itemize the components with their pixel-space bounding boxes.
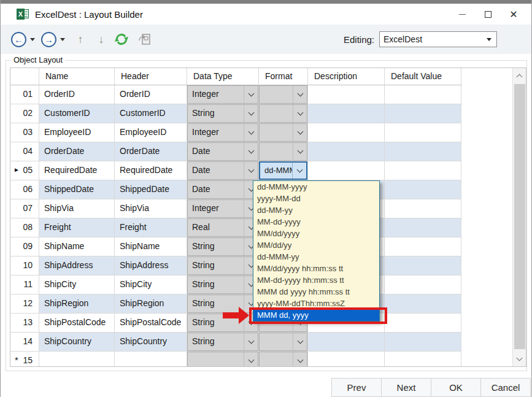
export-button[interactable]	[136, 31, 153, 47]
format-option[interactable]: dd-MMM-yyyy	[253, 181, 379, 193]
move-down-button[interactable]: ↓	[92, 33, 110, 46]
format-option[interactable]: MM/dd/yy	[253, 239, 379, 251]
name-cell[interactable]: ShipCountry	[39, 333, 115, 352]
format-combobox[interactable]: dd-MMM	[259, 161, 307, 180]
header-cell[interactable]: ShippedDate	[115, 180, 187, 199]
format-option[interactable]: dd-MM-yy	[253, 204, 379, 216]
format-combobox[interactable]	[259, 142, 307, 161]
datatype-combobox[interactable]: String	[187, 104, 258, 123]
format-combobox-dropdown-button[interactable]	[293, 352, 307, 367]
row-header-cell[interactable]: 14	[10, 333, 39, 352]
row-header-cell[interactable]: 13	[10, 314, 39, 333]
format-combobox-dropdown-button[interactable]	[293, 143, 307, 160]
header-cell[interactable]: ShipCity	[115, 276, 187, 295]
column-header-name[interactable]: Name	[39, 68, 115, 85]
defaultvalue-cell[interactable]	[385, 276, 461, 295]
move-up-button[interactable]: ↑	[71, 33, 90, 46]
defaultvalue-cell[interactable]	[385, 85, 461, 104]
defaultvalue-cell[interactable]	[385, 142, 461, 161]
column-header-datatype[interactable]: Data Type	[187, 68, 259, 85]
defaultvalue-cell[interactable]	[385, 333, 461, 352]
defaultvalue-cell[interactable]	[385, 237, 461, 256]
name-cell[interactable]: ShipRegion	[39, 295, 115, 314]
header-cell[interactable]: Freight	[115, 218, 187, 237]
datatype-combobox[interactable]: String	[187, 237, 258, 256]
close-button[interactable]: ✕	[501, 4, 526, 25]
description-cell[interactable]	[308, 123, 385, 142]
row-header-cell[interactable]: 08	[10, 218, 39, 237]
row-header-cell[interactable]: 06	[10, 180, 39, 199]
defaultvalue-cell[interactable]	[385, 180, 461, 199]
format-combobox[interactable]	[259, 123, 307, 142]
header-cell[interactable]	[115, 352, 187, 367]
format-combobox[interactable]	[259, 333, 307, 351]
column-header-format[interactable]: Format	[259, 68, 308, 85]
defaultvalue-cell[interactable]	[385, 314, 461, 333]
datatype-combobox-dropdown-button[interactable]	[244, 143, 258, 160]
header-cell[interactable]: ShipCountry	[115, 333, 187, 352]
header-cell[interactable]: ShipAddress	[115, 256, 187, 276]
name-cell[interactable]: EmployeeID	[39, 123, 115, 142]
format-combobox-dropdown-button[interactable]	[293, 124, 307, 141]
header-cell[interactable]: ShipPostalCode	[115, 314, 187, 333]
column-header-description[interactable]: Description	[308, 68, 385, 85]
scroll-down-button[interactable]	[513, 352, 526, 366]
forward-button[interactable]: →	[41, 32, 56, 47]
format-combobox[interactable]	[259, 85, 307, 104]
format-option[interactable]: yyyy-MM-dd	[253, 193, 379, 204]
defaultvalue-cell[interactable]	[385, 199, 461, 218]
row-header-cell[interactable]: 10	[10, 256, 39, 276]
format-option[interactable]: dd-MMM-yy	[253, 251, 379, 263]
name-cell[interactable]: ShipVia	[39, 199, 115, 218]
format-option[interactable]: MM/dd/yyyy hh:mm:ss tt	[253, 263, 379, 274]
defaultvalue-cell[interactable]	[385, 104, 461, 123]
name-cell[interactable]	[39, 352, 115, 367]
name-cell[interactable]: ShipPostalCode	[39, 314, 115, 333]
name-cell[interactable]: ShipCity	[39, 276, 115, 295]
datatype-combobox-dropdown-button[interactable]	[244, 86, 258, 103]
row-header-cell[interactable]: 01	[10, 85, 39, 104]
column-header-defaultvalue[interactable]: Default Value	[385, 68, 461, 85]
header-cell[interactable]: ShipVia	[115, 199, 187, 218]
datatype-combobox[interactable]: Date	[187, 180, 258, 199]
name-cell[interactable]: ShipAddress	[39, 256, 115, 276]
header-cell[interactable]: CustomerID	[115, 104, 187, 123]
format-option[interactable]: MM-dd-yyyy	[253, 216, 379, 228]
datatype-combobox[interactable]: Date	[187, 142, 258, 161]
header-cell[interactable]: RequiredDate	[115, 161, 187, 180]
datatype-combobox-dropdown-button[interactable]	[244, 333, 258, 350]
format-option[interactable]: MMM dd yyyy hh:mm:ss tt	[253, 286, 379, 298]
format-option[interactable]: MM-dd-yyyy hh:mm:ss tt	[253, 274, 379, 286]
description-cell[interactable]	[308, 352, 385, 367]
name-cell[interactable]: CustomerID	[39, 104, 115, 123]
datatype-combobox[interactable]	[187, 352, 258, 367]
format-option[interactable]: MM/dd/yyyy	[253, 228, 379, 239]
description-cell[interactable]	[308, 104, 385, 123]
format-combobox[interactable]	[259, 104, 307, 123]
scrollbar-thumb[interactable]	[514, 84, 525, 349]
minimize-button[interactable]	[449, 4, 475, 25]
row-header-cell[interactable]: 03	[10, 123, 39, 142]
datatype-combobox-dropdown-button[interactable]	[244, 124, 258, 141]
header-cell[interactable]: EmployeeID	[115, 123, 187, 142]
datatype-combobox[interactable]: Real	[187, 218, 258, 237]
next-button[interactable]: Next	[381, 378, 431, 397]
row-header-cell[interactable]: 09	[10, 237, 39, 256]
column-header-header[interactable]: Header	[115, 68, 187, 85]
description-cell[interactable]	[308, 161, 385, 180]
defaultvalue-cell[interactable]	[385, 352, 461, 367]
datatype-combobox-dropdown-button[interactable]	[244, 162, 258, 179]
forward-dropdown-caret-icon[interactable]	[60, 38, 65, 41]
prev-button[interactable]: Prev	[331, 378, 382, 397]
header-cell[interactable]: OrderID	[115, 85, 187, 104]
format-combobox-dropdown-button[interactable]	[293, 86, 307, 103]
header-cell[interactable]: ShipName	[115, 237, 187, 256]
format-combobox-dropdown-button[interactable]	[292, 163, 306, 179]
name-cell[interactable]: ShipName	[39, 237, 115, 256]
editing-combobox[interactable]: ExcelDest	[379, 31, 497, 47]
description-cell[interactable]	[308, 142, 385, 161]
back-button[interactable]: ←	[11, 32, 26, 47]
datatype-combobox[interactable]: Integer	[187, 199, 258, 218]
datatype-combobox[interactable]: Date	[187, 161, 258, 180]
header-cell[interactable]: ShipRegion	[115, 295, 187, 314]
